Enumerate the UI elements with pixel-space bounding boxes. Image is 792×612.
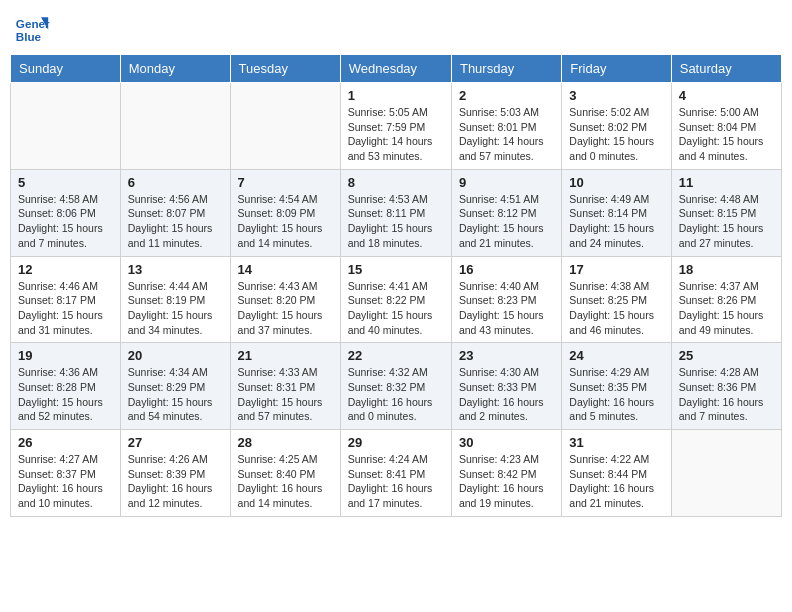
- calendar-week-row: 19Sunrise: 4:36 AMSunset: 8:28 PMDayligh…: [11, 343, 782, 430]
- day-info: Sunrise: 4:58 AMSunset: 8:06 PMDaylight:…: [18, 192, 113, 251]
- calendar-cell: 31Sunrise: 4:22 AMSunset: 8:44 PMDayligh…: [562, 430, 671, 517]
- day-info: Sunrise: 4:34 AMSunset: 8:29 PMDaylight:…: [128, 365, 223, 424]
- day-number: 25: [679, 348, 774, 363]
- day-info: Sunrise: 4:23 AMSunset: 8:42 PMDaylight:…: [459, 452, 554, 511]
- day-number: 2: [459, 88, 554, 103]
- calendar-cell: 17Sunrise: 4:38 AMSunset: 8:25 PMDayligh…: [562, 256, 671, 343]
- day-number: 19: [18, 348, 113, 363]
- calendar-cell: 22Sunrise: 4:32 AMSunset: 8:32 PMDayligh…: [340, 343, 451, 430]
- day-header-tuesday: Tuesday: [230, 55, 340, 83]
- calendar-cell: 21Sunrise: 4:33 AMSunset: 8:31 PMDayligh…: [230, 343, 340, 430]
- day-info: Sunrise: 4:54 AMSunset: 8:09 PMDaylight:…: [238, 192, 333, 251]
- day-number: 21: [238, 348, 333, 363]
- day-number: 27: [128, 435, 223, 450]
- calendar-cell: 5Sunrise: 4:58 AMSunset: 8:06 PMDaylight…: [11, 169, 121, 256]
- calendar-cell: 30Sunrise: 4:23 AMSunset: 8:42 PMDayligh…: [451, 430, 561, 517]
- calendar-cell: 23Sunrise: 4:30 AMSunset: 8:33 PMDayligh…: [451, 343, 561, 430]
- day-header-monday: Monday: [120, 55, 230, 83]
- day-number: 15: [348, 262, 444, 277]
- day-info: Sunrise: 4:38 AMSunset: 8:25 PMDaylight:…: [569, 279, 663, 338]
- calendar-cell: [120, 83, 230, 170]
- calendar-week-row: 1Sunrise: 5:05 AMSunset: 7:59 PMDaylight…: [11, 83, 782, 170]
- calendar-cell: 28Sunrise: 4:25 AMSunset: 8:40 PMDayligh…: [230, 430, 340, 517]
- day-number: 30: [459, 435, 554, 450]
- day-number: 24: [569, 348, 663, 363]
- day-info: Sunrise: 5:02 AMSunset: 8:02 PMDaylight:…: [569, 105, 663, 164]
- day-info: Sunrise: 5:03 AMSunset: 8:01 PMDaylight:…: [459, 105, 554, 164]
- calendar-cell: 19Sunrise: 4:36 AMSunset: 8:28 PMDayligh…: [11, 343, 121, 430]
- day-info: Sunrise: 4:40 AMSunset: 8:23 PMDaylight:…: [459, 279, 554, 338]
- day-number: 29: [348, 435, 444, 450]
- day-info: Sunrise: 4:29 AMSunset: 8:35 PMDaylight:…: [569, 365, 663, 424]
- day-info: Sunrise: 4:46 AMSunset: 8:17 PMDaylight:…: [18, 279, 113, 338]
- calendar-header-row: SundayMondayTuesdayWednesdayThursdayFrid…: [11, 55, 782, 83]
- calendar-cell: 29Sunrise: 4:24 AMSunset: 8:41 PMDayligh…: [340, 430, 451, 517]
- day-number: 17: [569, 262, 663, 277]
- day-number: 12: [18, 262, 113, 277]
- calendar-cell: 24Sunrise: 4:29 AMSunset: 8:35 PMDayligh…: [562, 343, 671, 430]
- day-info: Sunrise: 4:24 AMSunset: 8:41 PMDaylight:…: [348, 452, 444, 511]
- day-info: Sunrise: 5:00 AMSunset: 8:04 PMDaylight:…: [679, 105, 774, 164]
- day-info: Sunrise: 4:32 AMSunset: 8:32 PMDaylight:…: [348, 365, 444, 424]
- day-info: Sunrise: 4:33 AMSunset: 8:31 PMDaylight:…: [238, 365, 333, 424]
- day-number: 6: [128, 175, 223, 190]
- calendar-cell: 12Sunrise: 4:46 AMSunset: 8:17 PMDayligh…: [11, 256, 121, 343]
- day-number: 31: [569, 435, 663, 450]
- day-number: 22: [348, 348, 444, 363]
- calendar-cell: 16Sunrise: 4:40 AMSunset: 8:23 PMDayligh…: [451, 256, 561, 343]
- day-info: Sunrise: 4:22 AMSunset: 8:44 PMDaylight:…: [569, 452, 663, 511]
- day-number: 4: [679, 88, 774, 103]
- day-info: Sunrise: 4:51 AMSunset: 8:12 PMDaylight:…: [459, 192, 554, 251]
- day-info: Sunrise: 4:28 AMSunset: 8:36 PMDaylight:…: [679, 365, 774, 424]
- day-number: 16: [459, 262, 554, 277]
- logo-icon: General Blue: [14, 10, 50, 46]
- day-number: 10: [569, 175, 663, 190]
- day-number: 13: [128, 262, 223, 277]
- calendar-cell: 2Sunrise: 5:03 AMSunset: 8:01 PMDaylight…: [451, 83, 561, 170]
- calendar-cell: 25Sunrise: 4:28 AMSunset: 8:36 PMDayligh…: [671, 343, 781, 430]
- day-header-sunday: Sunday: [11, 55, 121, 83]
- day-number: 28: [238, 435, 333, 450]
- calendar-week-row: 26Sunrise: 4:27 AMSunset: 8:37 PMDayligh…: [11, 430, 782, 517]
- logo: General Blue: [14, 10, 54, 46]
- day-info: Sunrise: 4:25 AMSunset: 8:40 PMDaylight:…: [238, 452, 333, 511]
- day-info: Sunrise: 4:30 AMSunset: 8:33 PMDaylight:…: [459, 365, 554, 424]
- day-number: 14: [238, 262, 333, 277]
- day-info: Sunrise: 5:05 AMSunset: 7:59 PMDaylight:…: [348, 105, 444, 164]
- calendar-cell: 9Sunrise: 4:51 AMSunset: 8:12 PMDaylight…: [451, 169, 561, 256]
- calendar-cell: 15Sunrise: 4:41 AMSunset: 8:22 PMDayligh…: [340, 256, 451, 343]
- calendar-cell: 7Sunrise: 4:54 AMSunset: 8:09 PMDaylight…: [230, 169, 340, 256]
- day-number: 18: [679, 262, 774, 277]
- day-info: Sunrise: 4:48 AMSunset: 8:15 PMDaylight:…: [679, 192, 774, 251]
- day-info: Sunrise: 4:37 AMSunset: 8:26 PMDaylight:…: [679, 279, 774, 338]
- day-info: Sunrise: 4:41 AMSunset: 8:22 PMDaylight:…: [348, 279, 444, 338]
- calendar-cell: 6Sunrise: 4:56 AMSunset: 8:07 PMDaylight…: [120, 169, 230, 256]
- day-header-friday: Friday: [562, 55, 671, 83]
- calendar-cell: 4Sunrise: 5:00 AMSunset: 8:04 PMDaylight…: [671, 83, 781, 170]
- calendar-cell: 13Sunrise: 4:44 AMSunset: 8:19 PMDayligh…: [120, 256, 230, 343]
- day-header-saturday: Saturday: [671, 55, 781, 83]
- day-number: 23: [459, 348, 554, 363]
- day-number: 1: [348, 88, 444, 103]
- day-number: 26: [18, 435, 113, 450]
- calendar-week-row: 5Sunrise: 4:58 AMSunset: 8:06 PMDaylight…: [11, 169, 782, 256]
- calendar-cell: 1Sunrise: 5:05 AMSunset: 7:59 PMDaylight…: [340, 83, 451, 170]
- calendar-cell: 27Sunrise: 4:26 AMSunset: 8:39 PMDayligh…: [120, 430, 230, 517]
- day-number: 7: [238, 175, 333, 190]
- calendar-cell: [11, 83, 121, 170]
- day-number: 3: [569, 88, 663, 103]
- day-header-thursday: Thursday: [451, 55, 561, 83]
- day-info: Sunrise: 4:44 AMSunset: 8:19 PMDaylight:…: [128, 279, 223, 338]
- calendar-cell: 8Sunrise: 4:53 AMSunset: 8:11 PMDaylight…: [340, 169, 451, 256]
- calendar-cell: 14Sunrise: 4:43 AMSunset: 8:20 PMDayligh…: [230, 256, 340, 343]
- day-number: 20: [128, 348, 223, 363]
- day-number: 9: [459, 175, 554, 190]
- day-info: Sunrise: 4:27 AMSunset: 8:37 PMDaylight:…: [18, 452, 113, 511]
- day-number: 11: [679, 175, 774, 190]
- calendar-table: SundayMondayTuesdayWednesdayThursdayFrid…: [10, 54, 782, 517]
- day-info: Sunrise: 4:53 AMSunset: 8:11 PMDaylight:…: [348, 192, 444, 251]
- calendar-cell: 10Sunrise: 4:49 AMSunset: 8:14 PMDayligh…: [562, 169, 671, 256]
- calendar-week-row: 12Sunrise: 4:46 AMSunset: 8:17 PMDayligh…: [11, 256, 782, 343]
- day-number: 5: [18, 175, 113, 190]
- svg-text:Blue: Blue: [16, 30, 42, 43]
